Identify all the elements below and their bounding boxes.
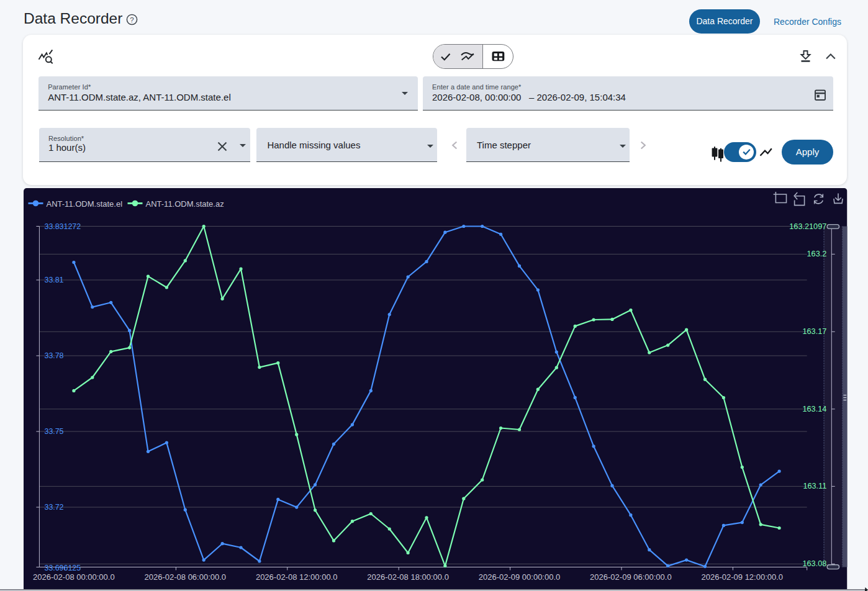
svg-text:2026-02-09 00:00:00.0: 2026-02-09 00:00:00.0 <box>479 572 561 582</box>
svg-text:163.08: 163.08 <box>802 559 826 568</box>
svg-text:33.831272: 33.831272 <box>45 222 81 231</box>
svg-text:2026-02-09 12:00:00.0: 2026-02-09 12:00:00.0 <box>702 572 784 582</box>
svg-text:2026-02-08 00:00:00.0: 2026-02-08 00:00:00.0 <box>33 572 115 582</box>
svg-text:2026-02-08 18:00:00.0: 2026-02-08 18:00:00.0 <box>367 572 449 582</box>
svg-text:ANT-11.ODM.state.el: ANT-11.ODM.state.el <box>47 199 123 209</box>
svg-text:163.21097: 163.21097 <box>789 222 826 231</box>
svg-text:2026-02-08 12:00:00.0: 2026-02-08 12:00:00.0 <box>256 572 338 582</box>
svg-text:33.72: 33.72 <box>45 503 64 512</box>
svg-text:163.17: 163.17 <box>802 327 826 336</box>
svg-text:2026-02-08 06:00:00.0: 2026-02-08 06:00:00.0 <box>145 572 227 582</box>
svg-text:?: ? <box>130 16 133 24</box>
svg-text:ANT-11.ODM.state.az: ANT-11.ODM.state.az <box>146 199 224 209</box>
svg-text:33.78: 33.78 <box>45 351 64 360</box>
svg-text:33.75: 33.75 <box>45 427 64 436</box>
svg-text:163.14: 163.14 <box>802 405 826 413</box>
svg-text:33.81: 33.81 <box>45 276 64 284</box>
svg-text:163.2: 163.2 <box>807 250 827 258</box>
svg-text:163.11: 163.11 <box>803 482 826 490</box>
svg-text:2026-02-09 06:00:00.0: 2026-02-09 06:00:00.0 <box>590 572 672 582</box>
svg-text:33.696125: 33.696125 <box>45 564 81 572</box>
